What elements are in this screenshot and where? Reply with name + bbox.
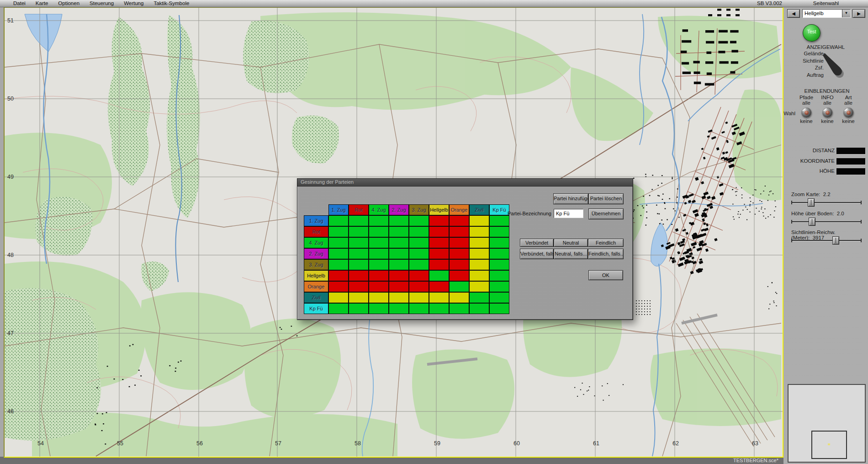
party-column-header[interactable]: Orange: [449, 204, 469, 215]
allegiance-cell[interactable]: [389, 215, 409, 226]
party-column-header[interactable]: Zivil: [469, 204, 489, 215]
allegiance-cell[interactable]: [429, 281, 449, 292]
menu-taktik-symbole[interactable]: Taktik-Symbole: [148, 0, 194, 7]
allegiance-cell[interactable]: [349, 292, 369, 303]
info-knob[interactable]: [822, 107, 832, 117]
test-button[interactable]: Test: [803, 24, 820, 42]
allegiance-cell[interactable]: [469, 237, 489, 248]
neutral-falls-button[interactable]: Neutral, falls...: [554, 249, 588, 259]
dialog-title-bar[interactable]: Gesinnung der Parteien: [297, 179, 633, 187]
allegiance-cell[interactable]: [429, 259, 449, 270]
allegiance-cell[interactable]: [409, 292, 429, 303]
feindlich-falls-button[interactable]: Feindlich, falls...: [588, 249, 624, 259]
allegiance-cell[interactable]: [328, 292, 349, 303]
menu-steuerung[interactable]: Steuerung: [85, 0, 119, 7]
partei-loeschen-button[interactable]: Partei löschen: [588, 193, 624, 204]
allegiance-cell[interactable]: [449, 303, 469, 314]
party-row-header[interactable]: Kp Fü: [304, 303, 328, 314]
allegiance-cell[interactable]: [449, 292, 469, 303]
overview-minimap[interactable]: [788, 384, 866, 463]
menu-wertung[interactable]: Wertung: [119, 0, 148, 7]
allegiance-cell[interactable]: [409, 270, 429, 281]
allegiance-cell[interactable]: [328, 270, 349, 281]
allegiance-cell[interactable]: [389, 226, 409, 237]
allegiance-cell[interactable]: [469, 215, 489, 226]
allegiance-cell[interactable]: [429, 237, 449, 248]
allegiance-cell[interactable]: [469, 270, 489, 281]
allegiance-cell[interactable]: [429, 215, 449, 226]
party-row-header[interactable]: 2. Zug: [304, 248, 328, 259]
party-row-header[interactable]: 1. Zug: [304, 215, 328, 226]
allegiance-cell[interactable]: [328, 215, 349, 226]
allegiance-cell[interactable]: [349, 215, 369, 226]
side-prev-button[interactable]: ◀: [787, 9, 800, 18]
allegiance-cell[interactable]: [429, 226, 449, 237]
allegiance-cell[interactable]: [389, 259, 409, 270]
party-column-header[interactable]: 3. Zug: [409, 204, 429, 215]
allegiance-cell[interactable]: [489, 237, 509, 248]
allegiance-cell[interactable]: [328, 303, 349, 314]
allegiance-cell[interactable]: [349, 281, 369, 292]
menu-karte[interactable]: Karte: [31, 0, 53, 7]
allegiance-cell[interactable]: [349, 303, 369, 314]
ok-button[interactable]: OK: [588, 270, 623, 280]
selector-needle-icon[interactable]: [821, 50, 847, 78]
zoom-karte-track[interactable]: [791, 202, 862, 203]
party-row-header[interactable]: Zivil: [304, 292, 328, 303]
allegiance-cell[interactable]: [409, 281, 429, 292]
allegiance-cell[interactable]: [389, 248, 409, 259]
partei-bezeichnung-input[interactable]: Kp Fü: [554, 209, 583, 218]
allegiance-cell[interactable]: [328, 226, 349, 237]
allegiance-cell[interactable]: [369, 237, 389, 248]
allegiance-cell[interactable]: [469, 303, 489, 314]
art-knob[interactable]: [843, 107, 853, 117]
allegiance-cell[interactable]: [469, 281, 489, 292]
feindlich-button[interactable]: Feindlich: [588, 239, 624, 247]
allegiance-cell[interactable]: [429, 270, 449, 281]
allegiance-cell[interactable]: [489, 248, 509, 259]
chevron-down-icon[interactable]: ▼: [842, 10, 850, 17]
allegiance-cell[interactable]: [489, 226, 509, 237]
allegiance-cell[interactable]: [489, 292, 509, 303]
allegiance-cell[interactable]: [369, 248, 389, 259]
allegiance-cell[interactable]: [429, 248, 449, 259]
allegiance-cell[interactable]: [369, 226, 389, 237]
allegiance-cell[interactable]: [328, 237, 349, 248]
anzeige-option-sichtlinie[interactable]: Sichtlinie: [787, 58, 824, 65]
allegiance-cell[interactable]: [469, 292, 489, 303]
party-row-header[interactable]: Orange: [304, 281, 328, 292]
allegiance-cell[interactable]: [369, 292, 389, 303]
allegiance-cell[interactable]: [409, 237, 429, 248]
party-column-header[interactable]: 1. Zug: [328, 204, 349, 215]
allegiance-cell[interactable]: [389, 303, 409, 314]
anzeige-option-auftrag[interactable]: Auftrag: [787, 72, 824, 79]
neutral-button[interactable]: Neutral: [554, 239, 588, 247]
allegiance-cell[interactable]: [409, 215, 429, 226]
allegiance-cell[interactable]: [349, 270, 369, 281]
allegiance-cell[interactable]: [328, 259, 349, 270]
allegiance-cell[interactable]: [369, 259, 389, 270]
party-row-header[interactable]: 4. Zug: [304, 237, 328, 248]
allegiance-cell[interactable]: [328, 281, 349, 292]
allegiance-cell[interactable]: [489, 281, 509, 292]
allegiance-cell[interactable]: [389, 237, 409, 248]
verbuendet-falls-button[interactable]: Verbündet, falls...: [520, 249, 554, 259]
allegiance-cell[interactable]: [449, 226, 469, 237]
party-column-header[interactable]: 4. Zug: [369, 204, 389, 215]
party-row-header[interactable]: 3. Zug: [304, 259, 328, 270]
allegiance-cell[interactable]: [328, 248, 349, 259]
allegiance-cell[interactable]: [489, 259, 509, 270]
allegiance-cell[interactable]: [409, 259, 429, 270]
allegiance-cell[interactable]: [449, 259, 469, 270]
hoehe-boden-thumb[interactable]: [809, 218, 815, 226]
party-column-header[interactable]: Rot: [349, 204, 369, 215]
allegiance-cell[interactable]: [409, 248, 429, 259]
sichtlinien-thumb[interactable]: [832, 236, 839, 245]
allegiance-cell[interactable]: [429, 292, 449, 303]
partei-hinzufuegen-button[interactable]: Partei hinzufügen: [553, 193, 588, 204]
menu-datei[interactable]: Datei: [8, 0, 31, 7]
allegiance-cell[interactable]: [369, 215, 389, 226]
allegiance-cell[interactable]: [469, 248, 489, 259]
anzeige-option-zsf[interactable]: Zsf.: [787, 64, 824, 72]
zoom-karte-thumb[interactable]: [808, 198, 815, 207]
